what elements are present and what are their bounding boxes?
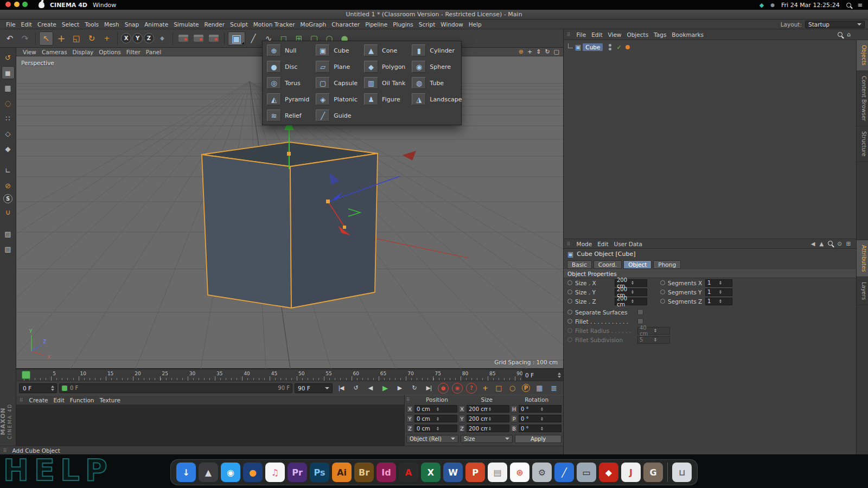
object-name-label[interactable]: Cube [583, 43, 603, 51]
dock-icon[interactable]: ╱ [554, 463, 574, 482]
axis-mode-icon[interactable]: ∟ [2, 164, 15, 177]
keyframe-circle-icon[interactable] [660, 290, 665, 294]
record-keyframe-button[interactable]: ● [438, 383, 449, 394]
viewport-menu-item[interactable]: View [20, 49, 39, 55]
next-frame-button[interactable]: ▶ [393, 383, 406, 394]
drag-grip-icon[interactable]: ⠿ [20, 397, 23, 403]
timeline-ruler[interactable]: 051015202530354045505560657075808590 [16, 369, 522, 381]
dock-icon[interactable]: A [399, 463, 418, 482]
dock-icon[interactable]: ◉ [221, 463, 240, 482]
spline-pen-button[interactable]: ╱ [246, 31, 260, 46]
material-menu-item[interactable]: Create [27, 397, 51, 403]
stepper-icon[interactable] [631, 299, 645, 303]
menu-item[interactable]: Script [416, 21, 438, 28]
visibility-dots-icon[interactable] [609, 44, 611, 50]
phong-tag-icon[interactable] [626, 45, 630, 49]
viewport-menu-item[interactable]: Filter [124, 49, 143, 55]
keyframe-circle-icon[interactable] [567, 299, 572, 304]
render-view-button[interactable] [176, 31, 190, 46]
size-mode-dropdown[interactable]: Size [461, 435, 513, 443]
viewport-menu-item[interactable]: Options [96, 49, 124, 55]
object-properties-section-header[interactable]: Object Properties [564, 269, 868, 278]
toggle-view-icon[interactable]: ▢ [554, 48, 559, 55]
key-pla-toggle[interactable]: ▦ [534, 383, 545, 394]
size-value-field[interactable]: 200 cm [467, 405, 509, 413]
tab-structure[interactable]: Structure [857, 126, 868, 162]
gem-status-icon[interactable]: ◆ [760, 2, 764, 9]
stepper-icon[interactable] [489, 407, 508, 411]
dock-icon[interactable]: J [621, 463, 641, 482]
app-menu[interactable]: CINEMA 4D [50, 2, 87, 9]
dock-icon[interactable]: Ai [332, 463, 352, 482]
segments-value-field[interactable]: 1 [705, 279, 732, 287]
render-settings-button[interactable] [207, 31, 221, 46]
primitive-menu-item[interactable]: ◍ Tube [409, 75, 465, 91]
trash-icon[interactable]: ⊔ [672, 463, 692, 482]
dock-icon[interactable]: P [465, 463, 485, 482]
position-value-field[interactable]: 0 cm [414, 415, 457, 422]
stepper-icon[interactable] [719, 281, 730, 285]
keyframe-circle-icon[interactable] [567, 280, 572, 285]
lock-z-axis-button[interactable]: Z [144, 33, 154, 43]
primitive-menu-item[interactable]: ◮ Landscape [409, 91, 465, 107]
primitive-menu-item[interactable]: ◈ Platonic [312, 91, 361, 107]
origin-handle[interactable] [326, 200, 330, 203]
rotation-band-x[interactable] [403, 151, 416, 160]
edge-handle[interactable] [343, 226, 346, 229]
dock-icon[interactable]: ● [243, 463, 263, 482]
stepper-icon[interactable] [489, 417, 508, 421]
object-manager-menu-item[interactable]: Edit [589, 31, 605, 38]
dock-icon[interactable]: ▭ [577, 463, 596, 482]
dock-icon[interactable]: ♫ [265, 463, 285, 482]
stepper-icon[interactable] [631, 281, 645, 285]
menu-item[interactable]: Pipeline [362, 21, 390, 28]
key-scale-toggle[interactable]: □ [493, 383, 505, 394]
menu-item[interactable]: Character [329, 21, 362, 28]
primitive-menu-item[interactable]: ▮ Cylinder [409, 42, 465, 59]
primitive-menu-item[interactable]: ▥ Oil Tank [361, 75, 409, 91]
object-manager-menu-item[interactable]: View [605, 31, 624, 38]
model-mode-icon[interactable]: ◼ [2, 66, 15, 79]
play-button[interactable]: ▶ [379, 383, 391, 394]
stepper-icon[interactable] [541, 417, 560, 421]
status-badge-icon[interactable]: ● [770, 2, 775, 8]
menu-item[interactable]: Snap [122, 21, 142, 28]
primitive-menu-item[interactable]: ◭ Pyramid [264, 91, 312, 107]
primitive-menu-item[interactable]: ▱ Plane [312, 59, 361, 75]
uv-edit-icon[interactable]: ▧ [2, 242, 15, 255]
zoom-window-button[interactable] [22, 2, 28, 7]
attribute-menu-item[interactable]: User Data [611, 241, 645, 247]
live-selection-button[interactable]: ↖ [39, 31, 53, 46]
tab-basic[interactable]: Basic [567, 260, 592, 269]
autokey-button[interactable]: ◉ [452, 383, 463, 394]
stepper-icon[interactable] [437, 417, 456, 421]
size-value-field[interactable]: 200 cm [467, 425, 509, 432]
coordinate-mode-dropdown[interactable]: Object (Rel) [406, 435, 458, 443]
lock-x-axis-button[interactable]: X [121, 33, 131, 43]
apple-menu-icon[interactable] [39, 2, 44, 8]
tab-objects[interactable]: Objects [857, 40, 868, 71]
dock-icon[interactable]: ⊛ [510, 463, 529, 482]
keyframe-circle-icon[interactable] [567, 290, 572, 294]
goto-start-button[interactable]: |◀ [335, 383, 347, 394]
segments-value-field[interactable]: 1 [705, 298, 732, 305]
stepper-icon[interactable] [51, 386, 54, 391]
position-value-field[interactable]: 0 cm [414, 405, 457, 413]
size-value-field[interactable]: 200 cm [467, 415, 509, 422]
stepper-icon[interactable] [719, 299, 730, 303]
stepper-icon[interactable] [558, 373, 561, 378]
tab-layers[interactable]: Layers [857, 277, 868, 305]
dock-icon[interactable]: W [443, 463, 463, 482]
polygons-mode-icon[interactable]: ◆ [2, 142, 15, 155]
keying-options-button[interactable]: ? [466, 383, 477, 394]
keyframe-circle-icon[interactable] [567, 319, 572, 324]
material-menu-item[interactable]: Texture [97, 397, 123, 403]
enabled-check-icon[interactable]: ✓ [616, 44, 621, 51]
menu-item[interactable]: Animate [142, 21, 171, 28]
dock-icon[interactable]: ↓ [176, 463, 196, 482]
timeline-playhead[interactable] [22, 371, 30, 379]
object-manager-list[interactable]: ▣ Cube ✓ [564, 40, 868, 239]
segments-value-field[interactable]: 1 [705, 288, 732, 296]
key-parameter-toggle[interactable]: P [520, 383, 532, 394]
menu-item[interactable]: Help [466, 21, 484, 28]
